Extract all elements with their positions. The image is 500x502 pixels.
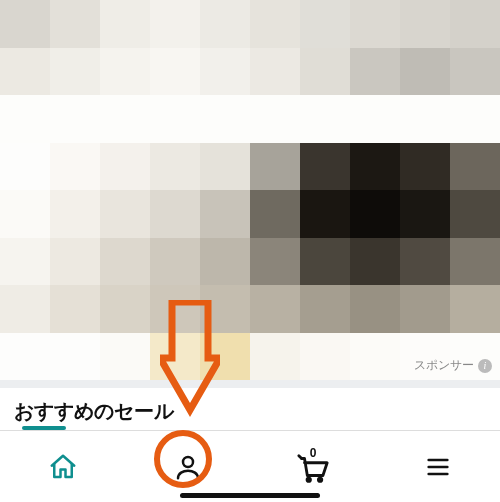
home-indicator: [180, 493, 320, 498]
nav-profile[interactable]: [158, 442, 218, 492]
bottom-nav: 0: [0, 430, 500, 502]
sponsor-label: スポンサー i: [414, 357, 492, 374]
blurred-image: [0, 0, 500, 380]
nav-menu[interactable]: [408, 442, 468, 492]
section-title: おすすめのセール: [0, 388, 500, 431]
sponsored-banner[interactable]: スポンサー i: [0, 0, 500, 380]
svg-point-2: [318, 478, 321, 481]
svg-point-0: [183, 457, 193, 467]
nav-home[interactable]: [33, 442, 93, 492]
sponsor-text: スポンサー: [414, 357, 474, 374]
menu-icon: [424, 453, 452, 481]
home-icon: [48, 452, 78, 482]
cart-count: 0: [310, 446, 317, 460]
nav-cart[interactable]: 0: [283, 442, 343, 492]
section-divider: [0, 380, 500, 388]
info-icon[interactable]: i: [478, 359, 492, 373]
profile-icon: [173, 452, 203, 482]
svg-point-1: [307, 478, 310, 481]
